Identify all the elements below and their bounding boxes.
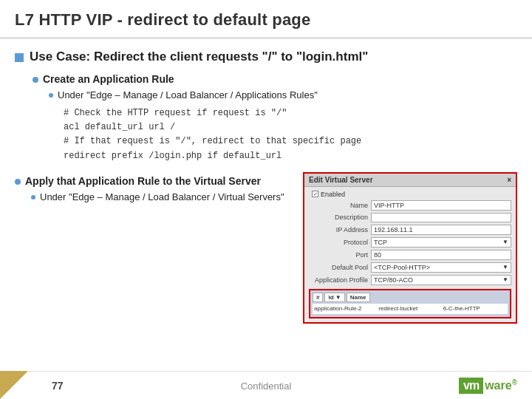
table-cell-2: 6-C-the-HTTP xyxy=(443,305,506,312)
vs-pool-dropdown[interactable]: <TCP-Pool-HTTP> ▼ xyxy=(371,262,511,273)
vs-desc-value[interactable] xyxy=(371,213,511,222)
vs-title: Edit Virtual Server xyxy=(309,176,373,184)
footer-logo-ware: ware® xyxy=(485,378,517,392)
footer-logo: vmware® xyxy=(459,378,517,394)
code-line-1: # Check the HTTP request if request is "… xyxy=(64,106,517,120)
bullet2-sub-container: Under "Edge – Manage / Load Balancer / V… xyxy=(31,191,291,202)
right-col: Edit Virtual Server × ✓ Enabled Name VIP… xyxy=(303,172,517,324)
vs-pool-arrow: ▼ xyxy=(502,264,508,270)
slide-content: Use Case: Redirect the client requests "… xyxy=(0,39,532,371)
vs-protocol-arrow: ▼ xyxy=(502,239,508,245)
vs-protocol-dropdown[interactable]: TCP ▼ xyxy=(371,237,511,248)
use-case-bullet-square xyxy=(15,53,24,62)
left-col: Apply that Application Rule to the Virtu… xyxy=(15,172,291,202)
use-case-line: Use Case: Redirect the client requests "… xyxy=(15,50,517,64)
vs-desc-row: Description xyxy=(309,213,511,222)
slide-footer: 77 Confidential vmware® xyxy=(0,371,532,399)
vs-profile-row: Application Profile TCP/80-ACO ▼ xyxy=(309,275,511,285)
vs-tab-id[interactable]: Id ▼ xyxy=(324,293,344,302)
footer-logo-vm: vm xyxy=(459,378,483,394)
vs-table-header: # Id ▼ Name xyxy=(313,293,508,302)
table-row: application-Rule-2 redirect-bucket 6-C-t… xyxy=(313,304,508,314)
two-col-section: Apply that Application Rule to the Virtu… xyxy=(15,172,517,324)
vs-profile-label: Application Profile xyxy=(309,276,368,284)
vs-pool-value: <TCP-Pool-HTTP> xyxy=(374,264,430,271)
slide-title: L7 HTTP VIP - redirect to default page xyxy=(15,10,517,30)
vs-enabled-label: Enabled xyxy=(321,191,345,198)
code-line-4: redirect prefix /login.php if default_ur… xyxy=(64,149,517,163)
vs-name-value[interactable]: VIP-HTTP xyxy=(371,200,511,211)
vs-enabled-row: ✓ Enabled xyxy=(312,191,511,198)
bullet2-dot xyxy=(15,179,21,185)
vs-table-section: # Id ▼ Name application-Rule-2 redirect-… xyxy=(309,289,511,318)
vs-name-label: Name xyxy=(309,202,368,209)
slide-container: L7 HTTP VIP - redirect to default page U… xyxy=(0,0,532,399)
bullet1-sub-dot xyxy=(49,93,53,98)
table-cell-0: application-Rule-2 xyxy=(314,305,377,312)
vs-desc-label: Description xyxy=(309,214,368,221)
vs-enabled-checkbox[interactable]: ✓ xyxy=(312,191,318,197)
vs-ip-row: IP Address 192.168.11.1 xyxy=(309,225,511,235)
footer-page-number: 77 xyxy=(52,380,64,392)
bullet2-container: Apply that Application Rule to the Virtu… xyxy=(15,175,291,187)
vs-pool-row: Default Pool <TCP-Pool-HTTP> ▼ xyxy=(309,262,511,273)
bullet2-label: Apply that Application Rule to the Virtu… xyxy=(25,175,261,187)
slide-header: L7 HTTP VIP - redirect to default page xyxy=(0,0,532,39)
vs-port-row: Port 80 xyxy=(309,250,511,260)
table-cell-1: redirect-bucket xyxy=(378,305,441,312)
bullet1-dot xyxy=(33,77,38,83)
bullet1-sub-container: Under "Edge – Manage / Load Balancer / A… xyxy=(49,89,517,100)
vs-tab-name[interactable]: Name xyxy=(347,293,370,302)
vs-protocol-row: Protocol TCP ▼ xyxy=(309,237,511,248)
code-line-3: # If that request is "/", redirect to th… xyxy=(64,134,517,149)
use-case-text: Use Case: Redirect the client requests "… xyxy=(30,50,368,64)
vs-ip-label: IP Address xyxy=(309,226,368,233)
footer-triangle xyxy=(0,371,28,399)
vs-port-label: Port xyxy=(309,251,368,259)
bullet1-label: Create an Application Rule xyxy=(43,73,174,85)
bullet2-sub-label: Under "Edge – Manage / Load Balancer / V… xyxy=(40,191,284,202)
bullet1-container: Create an Application Rule xyxy=(33,73,517,85)
code-line-2: acl default_url url / xyxy=(64,120,517,134)
vs-profile-value: TCP/80-ACO xyxy=(374,276,413,284)
vs-mockup: Edit Virtual Server × ✓ Enabled Name VIP… xyxy=(303,172,517,324)
vs-ip-value[interactable]: 192.168.11.1 xyxy=(371,225,511,235)
vs-profile-arrow: ▼ xyxy=(502,276,508,283)
code-block: # Check the HTTP request if request is "… xyxy=(64,106,517,163)
vs-port-value[interactable]: 80 xyxy=(371,250,511,260)
vs-title-bar: Edit Virtual Server × xyxy=(304,174,516,187)
bullet1-sub-label: Under "Edge – Manage / Load Balancer / A… xyxy=(58,89,318,100)
vs-body: ✓ Enabled Name VIP-HTTP Description xyxy=(304,187,516,322)
vs-protocol-value: TCP xyxy=(374,239,387,246)
vs-tab-hash[interactable]: # xyxy=(313,293,323,302)
vs-profile-dropdown[interactable]: TCP/80-ACO ▼ xyxy=(371,275,511,285)
vs-pool-label: Default Pool xyxy=(309,264,368,271)
vs-name-row: Name VIP-HTTP xyxy=(309,200,511,211)
vs-protocol-label: Protocol xyxy=(309,239,368,246)
footer-confidential: Confidential xyxy=(241,381,292,392)
bullet2-sub-dot xyxy=(31,195,35,200)
vs-close-icon[interactable]: × xyxy=(507,176,511,184)
